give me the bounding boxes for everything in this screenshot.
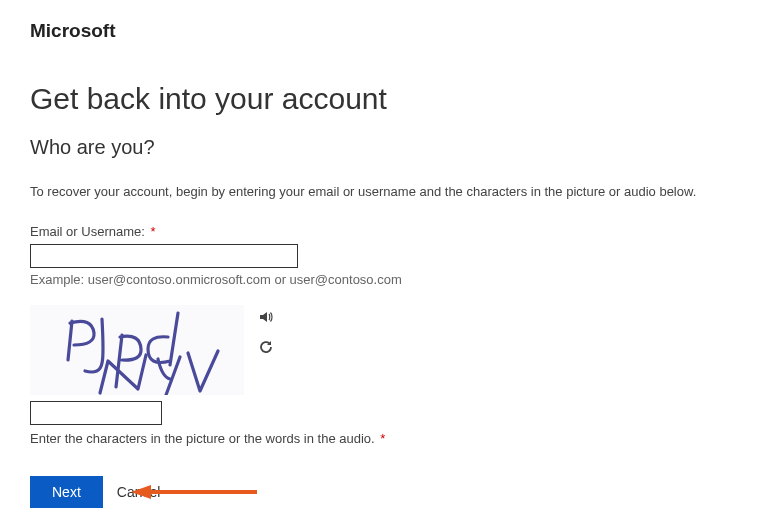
email-label: Email or Username: * — [30, 224, 739, 239]
page-title: Get back into your account — [30, 82, 739, 116]
email-input[interactable] — [30, 244, 298, 268]
email-hint: Example: user@contoso.onmicrosoft.com or… — [30, 272, 739, 287]
captcha-hint: Enter the characters in the picture or t… — [30, 431, 739, 446]
captcha-glyphs — [30, 305, 244, 395]
instructions-text: To recover your account, begin by enteri… — [30, 184, 739, 199]
subtitle: Who are you? — [30, 136, 739, 159]
next-button[interactable]: Next — [30, 476, 103, 508]
captcha-image — [30, 305, 244, 395]
cancel-button[interactable]: Cancel — [107, 476, 171, 508]
captcha-input[interactable] — [30, 401, 162, 425]
required-asterisk: * — [151, 224, 156, 239]
email-label-text: Email or Username: — [30, 224, 145, 239]
brand-logo: Microsoft — [30, 20, 739, 42]
captcha-controls — [258, 305, 274, 355]
required-asterisk: * — [380, 431, 385, 446]
refresh-icon[interactable] — [258, 339, 274, 355]
button-row: Next Cancel — [30, 476, 739, 508]
audio-icon[interactable] — [258, 309, 274, 325]
captcha-hint-text: Enter the characters in the picture or t… — [30, 431, 375, 446]
captcha-section — [30, 305, 739, 395]
